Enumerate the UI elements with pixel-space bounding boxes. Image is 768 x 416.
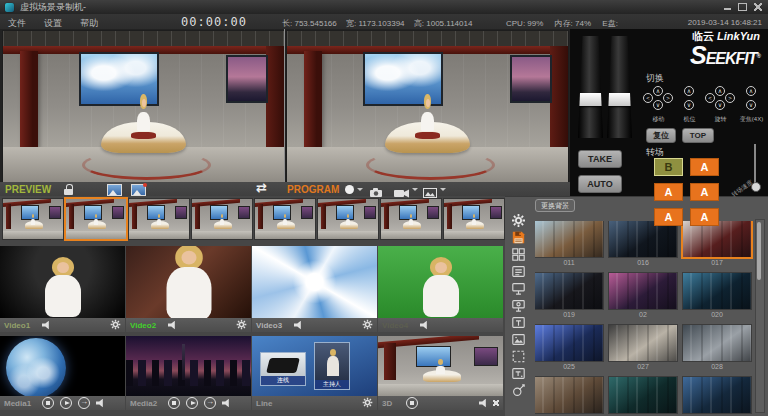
transition-button[interactable]: A bbox=[690, 183, 719, 201]
line-thumbnail[interactable]: 连线 主持人 bbox=[252, 336, 377, 396]
scene-angle-thumb[interactable] bbox=[129, 199, 189, 239]
source-media1[interactable]: Media1 bbox=[0, 336, 125, 410]
scene-angle-thumb[interactable] bbox=[192, 199, 252, 239]
camcorder-icon[interactable] bbox=[394, 184, 409, 202]
record-icon[interactable] bbox=[345, 185, 354, 194]
display-light-icon[interactable] bbox=[509, 297, 527, 313]
take-button[interactable]: TAKE bbox=[578, 150, 622, 168]
t-bar[interactable] bbox=[576, 36, 636, 138]
scene-thumbnail[interactable] bbox=[609, 325, 677, 361]
scene-thumbnail[interactable] bbox=[535, 377, 603, 413]
snapshot-b-icon[interactable] bbox=[131, 184, 146, 196]
scene-thumbnail[interactable] bbox=[683, 325, 751, 361]
studio3d-thumbnail[interactable] bbox=[378, 336, 503, 396]
source-video3[interactable]: Video3 bbox=[252, 246, 377, 332]
scene-thumbnail[interactable] bbox=[535, 325, 603, 361]
auto-button[interactable]: AUTO bbox=[578, 175, 622, 193]
camera-icon[interactable] bbox=[369, 184, 383, 202]
display-icon[interactable] bbox=[509, 280, 527, 296]
media1-thumbnail[interactable] bbox=[0, 336, 125, 396]
lock-icon[interactable] bbox=[64, 184, 73, 195]
dpad-up-icon[interactable]: ∧ bbox=[653, 86, 663, 96]
menu-settings[interactable]: 设置 bbox=[44, 17, 62, 30]
reset-button[interactable]: 复位 bbox=[646, 128, 676, 143]
gallery-scroll-thumb[interactable] bbox=[757, 222, 761, 280]
transition-button[interactable]: B bbox=[654, 158, 683, 176]
scene-thumbnail[interactable] bbox=[683, 273, 751, 309]
play-button[interactable] bbox=[186, 397, 198, 409]
gear-icon[interactable] bbox=[236, 319, 247, 332]
text-box-icon[interactable] bbox=[509, 314, 527, 330]
scene-thumbnail[interactable] bbox=[609, 221, 677, 257]
scene-thumbnail[interactable] bbox=[535, 221, 603, 257]
dpad-right-icon[interactable]: > bbox=[663, 93, 673, 103]
play-button[interactable] bbox=[60, 397, 72, 409]
line-host-item[interactable]: 主持人 bbox=[314, 342, 350, 390]
draw-icon[interactable] bbox=[509, 382, 527, 398]
list-icon[interactable] bbox=[509, 263, 527, 279]
scene-thumbnail[interactable] bbox=[535, 273, 603, 309]
scene-angle-thumb[interactable] bbox=[444, 199, 504, 239]
stop-button[interactable] bbox=[168, 397, 180, 409]
source-line[interactable]: 连线 主持人 Line bbox=[252, 336, 377, 410]
transition-speed-slider[interactable] bbox=[754, 144, 756, 188]
close-icon[interactable] bbox=[754, 3, 762, 11]
gear-icon[interactable] bbox=[110, 319, 121, 332]
image-output-icon[interactable] bbox=[423, 184, 437, 202]
frame-icon[interactable] bbox=[509, 348, 527, 364]
transition-button[interactable]: A bbox=[654, 183, 683, 201]
scene-thumbnail[interactable] bbox=[683, 221, 751, 257]
dpad-left-icon[interactable]: < bbox=[705, 93, 715, 103]
video1-thumbnail[interactable] bbox=[0, 246, 125, 318]
maximize-icon[interactable] bbox=[738, 3, 747, 11]
speaker-icon[interactable] bbox=[96, 399, 107, 408]
minimize-icon[interactable] bbox=[724, 8, 731, 10]
dpad-up-icon[interactable]: ∧ bbox=[715, 86, 725, 96]
settings-icon[interactable] bbox=[509, 212, 527, 228]
scene-thumbnail[interactable] bbox=[683, 377, 751, 413]
speaker-muted-icon[interactable] bbox=[479, 399, 490, 408]
menu-file[interactable]: 文件 bbox=[8, 17, 26, 30]
transition-button[interactable]: A bbox=[690, 208, 719, 226]
transition-button[interactable]: A bbox=[654, 208, 683, 226]
scene-angle-thumb[interactable] bbox=[255, 199, 315, 239]
video4-thumbnail[interactable] bbox=[378, 246, 503, 318]
title-text-icon[interactable] bbox=[509, 365, 527, 381]
scene-thumbnail[interactable] bbox=[609, 377, 677, 413]
save-icon[interactable] bbox=[509, 229, 527, 245]
scene-angle-thumb[interactable] bbox=[318, 199, 378, 239]
t-bar-handle[interactable] bbox=[606, 93, 633, 106]
line-call-item[interactable]: 连线 bbox=[260, 352, 306, 386]
gallery-scrollbar[interactable] bbox=[755, 219, 765, 413]
speaker-icon[interactable] bbox=[294, 321, 305, 330]
scene-angle-thumb[interactable] bbox=[66, 199, 126, 239]
gear-icon[interactable] bbox=[362, 397, 373, 410]
layout-icon[interactable] bbox=[509, 246, 527, 262]
dpad-right-icon[interactable]: > bbox=[725, 93, 735, 103]
scene-angle-thumb[interactable] bbox=[381, 199, 441, 239]
image-box-icon[interactable] bbox=[509, 331, 527, 347]
source-video2[interactable]: Video2 bbox=[126, 246, 251, 332]
loop-button[interactable] bbox=[204, 397, 216, 409]
speaker-icon[interactable] bbox=[42, 321, 53, 330]
stop-button[interactable] bbox=[42, 397, 54, 409]
source-video4[interactable]: Video4 bbox=[378, 246, 503, 332]
media2-thumbnail[interactable] bbox=[126, 336, 251, 396]
image-caret-icon[interactable] bbox=[440, 188, 446, 194]
video2-thumbnail[interactable] bbox=[126, 246, 251, 318]
speaker-icon[interactable] bbox=[420, 321, 431, 330]
camcorder-caret-icon[interactable] bbox=[412, 188, 418, 194]
speaker-icon[interactable] bbox=[168, 321, 179, 330]
source-3d[interactable]: 3D bbox=[378, 336, 503, 410]
t-bar-handle[interactable] bbox=[577, 93, 604, 106]
speaker-icon[interactable] bbox=[222, 399, 233, 408]
change-background-tab[interactable]: 更换背景 bbox=[535, 199, 575, 212]
dpad-up-icon[interactable]: ∧ bbox=[684, 86, 694, 96]
loop-button[interactable] bbox=[78, 397, 90, 409]
source-video1[interactable]: Video1 bbox=[0, 246, 125, 332]
snapshot-a-icon[interactable] bbox=[107, 184, 122, 196]
swap-icon[interactable]: ⇄ bbox=[256, 180, 267, 195]
gear-icon[interactable] bbox=[362, 319, 373, 332]
dpad-down-icon[interactable]: ∨ bbox=[715, 100, 725, 110]
dpad-down-icon[interactable]: ∨ bbox=[684, 100, 694, 110]
